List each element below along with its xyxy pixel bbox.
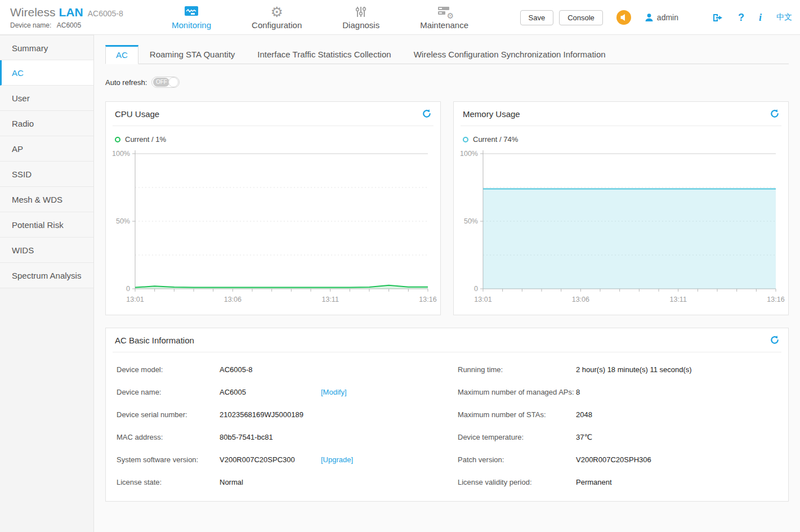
svg-text:13:01: 13:01 [126,296,144,303]
cpu-usage-card: CPU Usage Current / 1% 050%100%13:0113:0… [105,101,441,315]
auto-refresh-row: Auto refresh: OFF [105,77,789,88]
svg-text:50%: 50% [116,217,130,225]
ac-basic-information-card: AC Basic Information Device model: AC600… [105,328,789,502]
nav-label-monitoring: Monitoring [172,20,211,30]
tab-bar: AC Roaming STA Quantity Interface Traffi… [105,45,789,64]
info-row-patch-version: Patch version: V200R007C20SPH306 [458,448,788,471]
memory-usage-title: Memory Usage [463,109,520,119]
monitor-chart-icon [184,5,199,19]
nav-label-diagnosis: Diagnosis [342,20,379,30]
info-row-max-stas: Maximum number of STAs: 2048 [458,403,788,426]
memory-legend-text: Current / 74% [473,135,518,144]
svg-text:0: 0 [474,285,478,293]
nav-item-configuration[interactable]: ⚙ Configuration [252,5,302,30]
cpu-usage-chart: 050%100%13:0113:0613:1113:16 [109,146,437,315]
tab-interface-traffic-statistics[interactable]: Interface Traffic Statistics Collection [246,45,402,64]
svg-text:0: 0 [126,285,130,293]
nav-label-maintenance: Maintenance [420,20,468,30]
nav-item-monitoring[interactable]: Monitoring [172,5,211,30]
info-row-license-state: License state: Normal [117,471,447,493]
info-row-license-validity-period: License validity period: Permanent [458,471,788,493]
user-icon [645,13,654,22]
refresh-icon[interactable] [422,109,431,118]
svg-text:13:16: 13:16 [419,296,436,303]
sidebar-item-ap[interactable]: AP [0,136,93,162]
info-row-system-software-version: System software version: V200R007C20SPC3… [117,448,447,471]
sidebar-item-wids[interactable]: WIDS [0,238,93,263]
info-row-device-temperature: Device temperature: 37℃ [458,426,788,448]
nav-item-maintenance[interactable]: ⚙ Maintenance [420,5,468,30]
auto-refresh-label: Auto refresh: [105,78,147,87]
main-nav: Monitoring ⚙ Configuration Diagnosis [172,5,468,30]
svg-text:50%: 50% [464,217,478,225]
cpu-legend-dot [115,137,120,142]
top-bar: Wireless LAN AC6005-8 Device name: AC600… [0,0,800,35]
brand: Wireless LAN AC6005-8 Device name: AC600… [0,6,160,29]
brand-accent: LAN [59,6,83,19]
sliders-icon [355,5,367,19]
announcement-icon[interactable] [616,10,631,25]
brand-primary: Wireless [10,6,56,19]
svg-text:13:06: 13:06 [572,296,589,303]
info-row-device-serial-number: Device serial number: 21023568169WJ50001… [117,403,447,426]
memory-legend: Current / 74% [454,126,788,146]
sidebar-item-user[interactable]: User [0,86,93,111]
cpu-legend: Current / 1% [106,126,440,146]
device-name-label: Device name: [10,21,51,29]
basic-info-right-column: Running time: 2 hour(s) 18 minute(s) 11 … [447,358,788,493]
svg-text:13:06: 13:06 [224,296,242,303]
svg-text:13:01: 13:01 [474,296,491,303]
save-button[interactable]: Save [520,10,554,25]
modify-link[interactable]: [Modify] [321,388,347,396]
toggle-knob [168,77,178,87]
info-row-max-managed-aps: Maximum number of managed APs: 8 [458,381,788,403]
user-menu[interactable]: admin [645,13,678,22]
username: admin [657,13,678,22]
memory-usage-chart: 050%100%13:0113:0613:1113:16 [457,146,785,315]
info-icon[interactable]: i [759,12,762,24]
ac-basic-information-title: AC Basic Information [115,336,194,345]
server-gear-icon: ⚙ [437,5,452,19]
basic-info-left-column: Device model: AC6005-8 Device name: AC60… [106,358,447,493]
sidebar: Summary AC User Radio AP SSID Mesh & WDS… [0,35,94,532]
nav-label-configuration: Configuration [252,20,302,30]
info-row-device-model: Device model: AC6005-8 [117,358,447,381]
brand-model: AC6005-8 [88,9,123,18]
console-button[interactable]: Console [559,10,603,25]
tab-roaming-sta-quantity[interactable]: Roaming STA Quantity [138,45,246,64]
language-switch[interactable]: 中文 [776,12,792,23]
tab-wireless-config-sync-info[interactable]: Wireless Configuration Synchronization I… [403,45,617,64]
info-row-mac-address: MAC address: 80b5-7541-bc81 [117,426,447,448]
sidebar-item-spectrum-analysis[interactable]: Spectrum Analysis [0,263,93,288]
cpu-legend-text: Current / 1% [125,135,166,144]
info-row-device-name: Device name: AC6005 [Modify] [117,381,447,403]
sidebar-item-potential-risk[interactable]: Potential Risk [0,212,93,238]
toggle-state-label: OFF [153,78,169,87]
nav-item-diagnosis[interactable]: Diagnosis [342,5,379,30]
sidebar-item-mesh-wds[interactable]: Mesh & WDS [0,187,93,212]
main-content: AC Roaming STA Quantity Interface Traffi… [94,35,800,532]
svg-text:13:11: 13:11 [669,296,686,303]
svg-text:100%: 100% [460,150,478,158]
refresh-icon[interactable] [770,109,779,118]
tab-ac[interactable]: AC [105,45,138,64]
memory-usage-card: Memory Usage Current / 74% 050%100%13:01… [453,101,789,315]
topbar-right: Save Console admin ? i 中文 [515,0,793,35]
svg-text:13:16: 13:16 [767,296,784,303]
device-name-value: AC6005 [57,21,81,29]
help-icon[interactable]: ? [738,12,744,24]
svg-text:100%: 100% [112,150,130,158]
sidebar-item-ac[interactable]: AC [0,60,93,86]
gear-icon: ⚙ [270,5,283,19]
memory-legend-dot [463,137,468,142]
sidebar-item-radio[interactable]: Radio [0,111,93,136]
upgrade-link[interactable]: [Upgrade] [321,455,353,464]
auto-refresh-toggle[interactable]: OFF [151,77,180,88]
info-row-running-time: Running time: 2 hour(s) 18 minute(s) 11 … [458,358,788,381]
refresh-icon[interactable] [770,336,779,345]
sidebar-item-ssid[interactable]: SSID [0,162,93,187]
svg-text:13:11: 13:11 [321,296,338,303]
logout-icon[interactable] [712,13,723,23]
sidebar-item-summary[interactable]: Summary [0,35,93,60]
cpu-usage-title: CPU Usage [115,109,159,119]
